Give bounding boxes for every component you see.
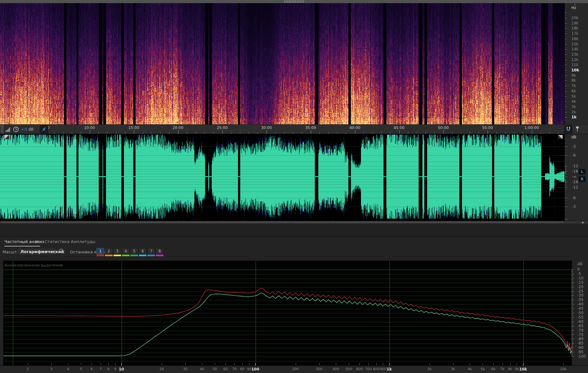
hz-scale-tick xyxy=(565,107,567,107)
wave-db-tick xyxy=(565,147,567,147)
levels-meter-icon[interactable] xyxy=(6,127,11,132)
copy-graph-icon[interactable] xyxy=(59,249,65,254)
hold-button-7[interactable]: 7 xyxy=(147,248,155,254)
plot-x-label: 500 xyxy=(346,367,352,371)
plot-x-tick xyxy=(202,363,202,365)
waveform-canvas[interactable] xyxy=(0,134,564,221)
plot-x-tick xyxy=(242,363,243,365)
wave-db-tick xyxy=(565,150,566,150)
hold-button-3[interactable]: 3 xyxy=(114,248,121,254)
hz-scale-tick xyxy=(565,117,567,117)
scroll-up-icon[interactable]: ▲ xyxy=(582,220,584,224)
hz-scale-tick xyxy=(565,10,566,10)
plot-x-label: 8k xyxy=(508,367,512,371)
ruler-minute-tick xyxy=(143,132,143,134)
db-readout[interactable]: +0 dB xyxy=(21,127,34,132)
hz-scale-label: 2k xyxy=(571,110,576,114)
channel-badge-l[interactable]: L xyxy=(578,168,586,175)
wave-db-tick xyxy=(565,174,566,174)
hold-color-bar-2 xyxy=(105,255,113,256)
plot-x-label: 300 xyxy=(316,367,322,371)
hold-button-4[interactable]: 4 xyxy=(122,248,130,254)
panel-corner-handle-left[interactable] xyxy=(4,135,9,139)
channel-badge-r[interactable]: R xyxy=(578,176,586,182)
plot-x-label: 600 xyxy=(356,367,363,371)
hold-color-bar-3 xyxy=(114,255,121,256)
hz-scale-tick xyxy=(565,94,566,94)
frequency-plot[interactable] xyxy=(3,261,572,366)
ruler-minute-tick xyxy=(125,132,125,134)
spectrogram-canvas[interactable] xyxy=(0,3,564,124)
wave-db-tick xyxy=(565,181,566,181)
drag-handle-dots-icon[interactable] xyxy=(284,0,305,3)
snapping-button[interactable] xyxy=(564,125,572,133)
hz-scale-label: 3k xyxy=(571,105,576,109)
horizontal-scrollbar-thumb[interactable] xyxy=(1,221,563,223)
chevron-down-icon xyxy=(51,251,54,253)
panel-menu-icon[interactable]: ≡ xyxy=(35,239,39,244)
hz-scale-label: 7k xyxy=(571,84,576,88)
plot-x-label: 40 xyxy=(200,367,204,371)
ruler-minute-tick xyxy=(558,132,559,134)
plot-x-label: 50 xyxy=(213,367,217,371)
marker-pin-icon[interactable] xyxy=(574,126,580,133)
wave-db-label: -6 xyxy=(572,153,576,157)
ruler-minute-tick xyxy=(284,132,284,134)
hz-scale-tick xyxy=(565,65,567,65)
hz-scale-label: 6k xyxy=(571,89,576,93)
wave-db-tick-center xyxy=(565,177,568,177)
ruler-minute-tick xyxy=(549,132,550,134)
clock-icon[interactable] xyxy=(13,126,19,132)
wave-db-label: -6 xyxy=(572,196,576,200)
hz-scale-tick xyxy=(565,104,566,105)
plot-db-label: 0 xyxy=(577,267,580,271)
plot-x-tick xyxy=(81,363,81,365)
plot-x-label: 90 xyxy=(247,367,251,371)
wave-db-tick xyxy=(565,155,567,156)
plot-x-tick xyxy=(101,363,101,365)
wave-db-tick xyxy=(565,190,566,190)
wave-db-tick xyxy=(565,185,566,185)
hold-button-5[interactable]: 5 xyxy=(130,248,138,254)
pin-playhead-button[interactable] xyxy=(40,125,48,133)
ruler-minute-tick xyxy=(328,132,329,134)
wave-db-tick xyxy=(565,166,567,166)
panel-drag-bar[interactable] xyxy=(0,0,588,3)
hz-scale-label: 1k xyxy=(571,115,576,119)
hold-button-8[interactable]: 8 xyxy=(156,248,163,254)
wave-db-tick xyxy=(565,180,566,180)
ruler-minute-tick xyxy=(54,132,55,134)
plot-x-tick xyxy=(336,363,336,365)
hz-scale-label: 14k xyxy=(571,47,578,51)
plot-x-tick xyxy=(225,363,226,365)
plot-x-label: 4 xyxy=(67,367,69,371)
wave-db-label: -3 xyxy=(572,145,576,148)
panel-grip-icon[interactable] xyxy=(1,125,4,134)
ruler-time-label: 20:00 xyxy=(172,126,183,130)
ruler-time-label: 30:00 xyxy=(261,126,272,130)
wave-db-tick xyxy=(565,219,567,220)
hold-button-1[interactable]: 1 xyxy=(97,248,104,254)
plot-db-label: -35 xyxy=(577,298,584,302)
hz-scale-tick xyxy=(565,57,566,57)
ruler-minute-tick xyxy=(107,132,108,134)
hz-scale-tick xyxy=(565,83,566,84)
tab-amplitude-statistics[interactable]: Статистика Амплитуды xyxy=(45,239,95,244)
hz-scale-tick xyxy=(565,39,567,39)
timeline-ruler[interactable]: +0 dB 5:0010:0015: xyxy=(0,124,588,134)
scale-dropdown[interactable]: Логарифмический xyxy=(17,248,56,255)
plot-x-tick xyxy=(510,363,511,365)
ruler-minute-tick xyxy=(204,132,205,134)
wave-db-tick xyxy=(565,163,566,163)
ruler-minute-tick xyxy=(213,132,214,134)
ruler-minute-tick xyxy=(461,132,461,134)
panel-corner-handle-right[interactable] xyxy=(558,135,563,139)
scale-dropdown-value: Логарифмический xyxy=(20,249,64,254)
plot-db-label: -15 xyxy=(577,281,584,284)
ruler-time-label: 50:00 xyxy=(438,126,449,130)
hold-button-6[interactable]: 6 xyxy=(139,248,146,254)
hz-scale-tick xyxy=(565,75,567,76)
plot-db-label: -40 xyxy=(577,302,584,306)
wave-db-tick xyxy=(565,158,566,158)
hold-button-2[interactable]: 2 xyxy=(105,248,113,254)
